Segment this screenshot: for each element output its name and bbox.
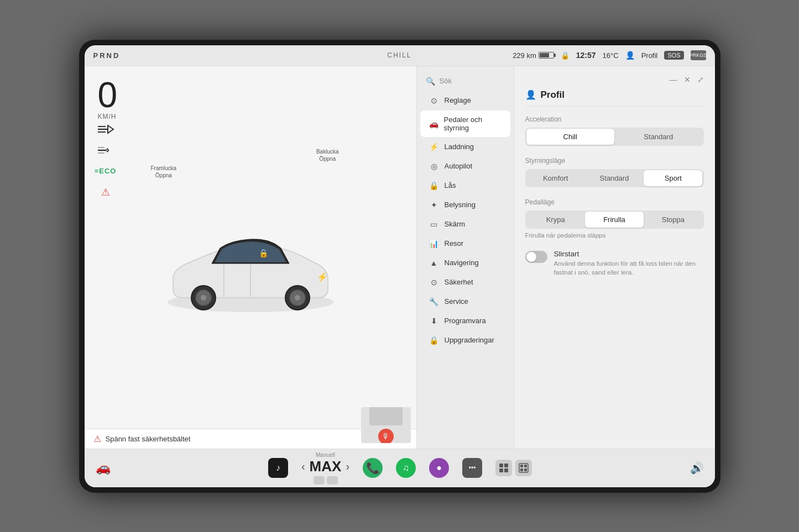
volume-icon[interactable]: 🔊 xyxy=(690,461,704,475)
programvara-icon: ⬇ xyxy=(429,317,439,325)
mic-button[interactable]: 🎙 xyxy=(378,429,394,443)
uppgraderingar-label: Uppgraderingar xyxy=(445,336,494,344)
frirulla-button[interactable]: Frirulla xyxy=(585,212,644,228)
gear-text: MAX xyxy=(310,458,342,475)
spotify-app-icon[interactable]: ♫ xyxy=(396,458,416,478)
belysning-icon: ✦ xyxy=(429,201,439,209)
music-app-icon[interactable]: ♪ xyxy=(268,458,288,478)
svg-rect-20 xyxy=(499,468,503,472)
menu-item-reglage[interactable]: ⊙ Reglage xyxy=(420,91,510,110)
door-front-label: Framlucka Öppna xyxy=(151,165,177,179)
menu-item-resor[interactable]: 📊 Resor xyxy=(420,234,510,253)
styrningslage-button-group: Komfort Standard Sport xyxy=(525,169,704,187)
chill-display: CHILL xyxy=(387,51,411,59)
pedallage-label: Pedalläge xyxy=(525,198,704,206)
search-label: Sök xyxy=(440,77,452,85)
menu-item-laddning[interactable]: ⚡ Laddning xyxy=(420,138,510,156)
car-taskbar-icon[interactable]: 🚗 xyxy=(96,461,111,475)
right-panel: 🔍 Sök ⊙ Reglage 🚗 Pedaler och styrning ⚡ xyxy=(416,66,715,449)
phone-app-icon[interactable]: 📞 xyxy=(363,458,383,478)
sos-badge[interactable]: SOS xyxy=(664,51,683,60)
sport-button[interactable]: Sport xyxy=(644,170,702,186)
acceleration-section: Acceleration Chill Standard xyxy=(525,115,704,146)
time-display: 12:57 xyxy=(576,51,596,60)
menu-item-autopilot[interactable]: ◎ Autopilot xyxy=(420,157,510,176)
chat-icon-1 xyxy=(314,476,325,484)
laddning-label: Laddning xyxy=(445,143,474,151)
speed-display: 0 KM/H xyxy=(85,66,416,120)
arrow-right[interactable]: › xyxy=(346,460,349,473)
svg-point-10 xyxy=(201,295,206,301)
sakerhet-label: Säkerhet xyxy=(445,278,473,286)
slirstart-section: Slirstart Använd denna funktion för att … xyxy=(525,250,704,277)
chat-icon-2 xyxy=(327,476,338,484)
expand-icon[interactable]: ⤢ xyxy=(697,75,704,84)
slirstart-label: Slirstart xyxy=(554,250,704,258)
settings-top-actions: — ✕ ⤢ xyxy=(525,75,704,84)
screen-inner: PRND CHILL 229 km 🔒 12:57 16°C 👤 Profil … xyxy=(85,45,715,487)
pedallage-button-group: Krypa Frirulla Stoppa xyxy=(525,210,704,229)
prnd-display: PRND xyxy=(93,51,121,60)
svg-rect-18 xyxy=(499,463,503,467)
service-icon: 🔧 xyxy=(429,297,439,306)
settings-profile-icon: 👤 xyxy=(525,89,536,100)
standard-accel-button[interactable]: Standard xyxy=(614,129,703,145)
camera-app-icon[interactable]: ● xyxy=(429,458,449,478)
battery-km: 229 km xyxy=(513,51,536,60)
settings-header: 👤 Profil xyxy=(525,89,704,107)
svg-text:🔒: 🔒 xyxy=(259,249,269,258)
slirstart-row: Slirstart Använd denna funktion för att … xyxy=(525,250,704,277)
pedaler-icon: 🚗 xyxy=(429,119,438,128)
resor-label: Resor xyxy=(445,239,464,247)
small-icons-row xyxy=(495,460,532,476)
minimize-icon[interactable]: — xyxy=(670,75,677,84)
slirstart-toggle[interactable] xyxy=(525,251,547,263)
arrow-left[interactable]: ‹ xyxy=(301,460,305,473)
komfort-button[interactable]: Komfort xyxy=(526,170,585,186)
menu-item-navigering[interactable]: ▲ Navigering xyxy=(420,254,510,272)
status-right: 229 km 🔒 12:57 16°C 👤 Profil SOS PRKGS xyxy=(513,50,706,60)
more-icon: ••• xyxy=(469,464,476,472)
menu-item-pedaler[interactable]: 🚗 Pedaler och styrning xyxy=(420,110,510,137)
menu-item-las[interactable]: 🔒 Lås xyxy=(420,176,510,195)
acceleration-label: Acceleration xyxy=(525,115,704,123)
menu-item-belysning[interactable]: ✦ Belysning xyxy=(420,196,510,214)
menu-item-skarm[interactable]: ▭ Skärm xyxy=(420,215,510,234)
uppgraderingar-icon: 🔒 xyxy=(429,336,439,345)
navigering-icon: ▲ xyxy=(429,259,439,267)
settings-panel: — ✕ ⤢ 👤 Profil Acceleration Chill xyxy=(514,66,715,449)
sakerhet-icon: ⊙ xyxy=(429,278,439,287)
temp-display: 16°C xyxy=(603,51,619,60)
las-label: Lås xyxy=(445,181,456,189)
more-app-icon[interactable]: ••• xyxy=(462,458,482,478)
styrningslage-section: Styrningsläge Komfort Standard Sport xyxy=(525,157,704,187)
car-illustration: ⚡ 🔒 xyxy=(156,219,344,330)
menu-item-service[interactable]: 🔧 Service xyxy=(420,292,510,311)
skarm-label: Skärm xyxy=(445,220,466,228)
reglage-label: Reglage xyxy=(445,96,471,104)
avatar-badge: PRKGS xyxy=(691,50,706,60)
resor-icon: 📊 xyxy=(429,239,439,248)
menu-item-sakerhet[interactable]: ⊙ Säkerhet xyxy=(420,273,510,292)
chat-icons xyxy=(314,476,338,484)
main-area: 0 KM/H xyxy=(85,66,715,449)
media-icon[interactable] xyxy=(515,460,532,476)
close-settings-icon[interactable]: ✕ xyxy=(684,75,691,84)
chill-button[interactable]: Chill xyxy=(526,129,615,145)
service-label: Service xyxy=(445,297,468,305)
krypa-button[interactable]: Krypa xyxy=(526,212,585,228)
search-item[interactable]: 🔍 Sök xyxy=(417,72,514,91)
standard-styr-button[interactable]: Standard xyxy=(585,170,644,186)
svg-rect-25 xyxy=(520,468,523,471)
autopilot-icon: ◎ xyxy=(429,162,439,171)
menu-item-uppgraderingar[interactable]: 🔒 Uppgraderingar xyxy=(420,331,510,350)
apps-grid-icon[interactable] xyxy=(495,460,512,476)
profile-icon-top: 👤 xyxy=(625,51,635,60)
svg-point-13 xyxy=(295,295,300,301)
phone-icon: 📞 xyxy=(366,461,380,475)
menu-item-programvara[interactable]: ⬇ Programvara xyxy=(420,312,510,330)
svg-text:⚡: ⚡ xyxy=(317,272,328,282)
screen-outer: PRND CHILL 229 km 🔒 12:57 16°C 👤 Profil … xyxy=(79,40,720,493)
stoppa-button[interactable]: Stoppa xyxy=(644,212,702,228)
svg-rect-19 xyxy=(504,463,508,467)
